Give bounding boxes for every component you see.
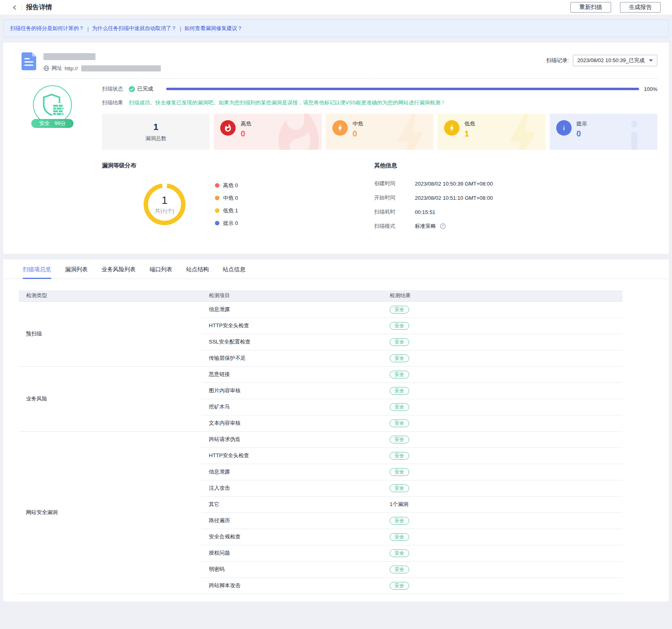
other-info-title: 其他信息	[374, 162, 657, 169]
detect-result-cell: 安全	[382, 318, 622, 334]
bolt-icon	[444, 120, 460, 136]
scan-status-state: 已完成	[137, 85, 153, 93]
tab-2[interactable]: 漏洞列表	[65, 266, 88, 279]
stat-meta: 高危0	[241, 120, 251, 138]
scan-result-line: 扫描结果 扫描成功。快去修复已发现的漏洞吧。如果为您扫描到的某些漏洞是误报，请您…	[102, 99, 657, 106]
faq-separator: |	[180, 26, 181, 32]
safe-badge: 安全	[390, 338, 409, 346]
tab-1[interactable]: 扫描项总览	[23, 266, 51, 279]
detect-result-cell: 安全	[382, 301, 622, 318]
detect-item-cell: 跨站请求伪造	[202, 431, 382, 447]
detect-result-cell: 安全	[382, 464, 622, 480]
total-vuln-label: 漏洞总数	[145, 135, 167, 142]
table-row: 网站安全漏洞跨站请求伪造安全	[19, 431, 622, 447]
legend-dot	[215, 221, 219, 225]
other-info-rows: 创建时间2023/08/02 10:50:39 GMT+08:00开始时间202…	[374, 180, 657, 230]
total-vuln-value: 1	[154, 122, 158, 132]
detect-type-cell: 业务风险	[19, 366, 202, 431]
info-row: 开始时间2023/08/02 10:51:10 GMT+08:00	[374, 194, 657, 201]
legend-item: 低危 1	[215, 207, 238, 214]
safe-badge: 安全	[390, 387, 409, 395]
stat-label: 高危	[241, 120, 251, 128]
target-meta: 网址 http://	[43, 52, 161, 72]
tabs-bar: 扫描项总览漏洞列表业务风险列表端口列表站点结构站点信息	[3, 266, 669, 279]
detect-result-cell: 安全	[382, 383, 622, 399]
scan-record-select[interactable]: 2023/08/02 10:50:39_已完成	[573, 55, 657, 66]
scan-record-box: 扫描记录: 2023/08/02 10:50:39_已完成	[546, 52, 657, 66]
back-button[interactable]	[12, 5, 17, 10]
detect-result-cell: 安全	[382, 399, 622, 415]
donut-center: 1 共计(个)	[141, 181, 188, 228]
generate-report-button[interactable]: 生成报告	[620, 2, 661, 13]
summary-bottom-row: 漏洞等级分布 1 共计(个) 高危 0中危 0低危 1提示 0	[102, 162, 657, 230]
info-row: 创建时间2023/08/02 10:50:39 GMT+08:00	[374, 180, 657, 187]
bolt-icon	[332, 120, 348, 136]
scan-result-message: 扫描成功。快去修复已发现的漏洞吧。如果为您扫描到的某些漏洞是误报，请您将他标记以…	[129, 99, 446, 106]
faq-link[interactable]: 如何查看漏洞修复建议？	[184, 25, 243, 32]
url-scheme: http://	[65, 65, 78, 71]
detect-result-cell: 安全	[382, 545, 622, 561]
detect-item-cell: 恶意链接	[202, 366, 382, 383]
detect-item-cell: 路径遍历	[202, 512, 382, 529]
site-url-line: 网址 http://	[43, 65, 161, 72]
stat-label: 低危	[464, 120, 475, 128]
detect-item-cell: 弱密码	[202, 561, 382, 577]
donut-wrap: 1 共计(个) 高危 0中危 0低危 1提示 0	[102, 181, 374, 228]
legend-item: 提示 0	[215, 220, 238, 227]
faq-link[interactable]: 为什么任务扫描中途就自动取消了？	[92, 25, 176, 32]
score-column: 安全 99分	[22, 85, 83, 230]
stat-card-bolt: 中危0	[326, 114, 434, 150]
globe-icon	[43, 65, 49, 71]
help-icon[interactable]: ?	[440, 223, 446, 229]
detect-item-cell: 图片内容审核	[202, 383, 382, 399]
safe-badge: 安全	[390, 354, 409, 362]
top-bar: 报告详情 重新扫描 生成报告	[0, 0, 672, 15]
tab-6[interactable]: 站点信息	[223, 266, 245, 279]
stat-value: 0	[353, 129, 363, 138]
scan-items-table: 检测类型检测项目检测结果 预扫描信息泄露安全HTTP安全头检查安全SSL安全配置…	[19, 290, 622, 594]
safe-badge: 安全	[390, 436, 409, 443]
detect-result-cell: 安全	[382, 415, 622, 431]
safe-badge: 安全	[390, 484, 409, 492]
detect-item-cell: 挖矿木马	[202, 399, 382, 415]
other-info-column: 其他信息 创建时间2023/08/02 10:50:39 GMT+08:00开始…	[374, 162, 657, 230]
faq-link[interactable]: 扫描任务的得分是如何计算的？	[10, 25, 84, 32]
detect-result-cell: 安全	[382, 577, 622, 594]
detect-type-cell: 预扫描	[19, 301, 202, 366]
detect-result-cell: 安全	[382, 529, 622, 545]
info-label: 扫描模式	[374, 223, 403, 230]
tab-5[interactable]: 站点结构	[186, 266, 209, 279]
chevron-down-icon	[649, 59, 653, 62]
shield-firewall-icon	[40, 92, 65, 117]
faq-separator: |	[87, 26, 89, 32]
rescan-button[interactable]: 重新扫描	[570, 2, 611, 13]
info-value: 00:15:51	[415, 209, 436, 215]
legend-dot	[215, 196, 219, 200]
info-row: 扫描耗时00:15:51	[374, 208, 657, 216]
legend-dot	[215, 208, 219, 213]
stat-value: 0	[241, 129, 251, 138]
table-header-cell: 检测结果	[382, 290, 622, 301]
tab-4[interactable]: 端口列表	[150, 266, 172, 279]
title-divider	[22, 4, 22, 11]
info-row: 扫描模式标准策略?	[374, 223, 657, 230]
detect-item-cell: HTTP安全头检查	[202, 447, 382, 464]
score-value: 99分	[54, 120, 65, 127]
tab-3[interactable]: 业务风险列表	[102, 266, 136, 279]
stat-meta: 中危0	[353, 120, 363, 138]
info-value: 2023/08/02 10:50:39 GMT+08:00	[415, 181, 493, 187]
safe-badge: 安全	[390, 419, 409, 427]
stat-label: 提示	[577, 120, 587, 128]
safe-badge: 安全	[390, 371, 409, 378]
scan-record-value: 2023/08/02 10:50:39_已完成	[577, 57, 649, 64]
table-row: 预扫描信息泄露安全	[19, 301, 622, 318]
summary-body: 安全 99分 扫描状态 已完成 100% 扫描结果	[22, 79, 657, 230]
svg-text:?: ?	[442, 224, 444, 228]
score-badge: 安全 99分	[31, 119, 74, 128]
score-grade: 安全	[39, 120, 50, 127]
security-score-circle	[33, 85, 72, 124]
detect-type-cell: 网站安全漏洞	[19, 431, 202, 594]
legend-text: 低危 1	[223, 207, 238, 214]
detect-result-cell: 安全	[382, 350, 622, 366]
table-row: 业务风险恶意链接安全	[19, 366, 622, 383]
